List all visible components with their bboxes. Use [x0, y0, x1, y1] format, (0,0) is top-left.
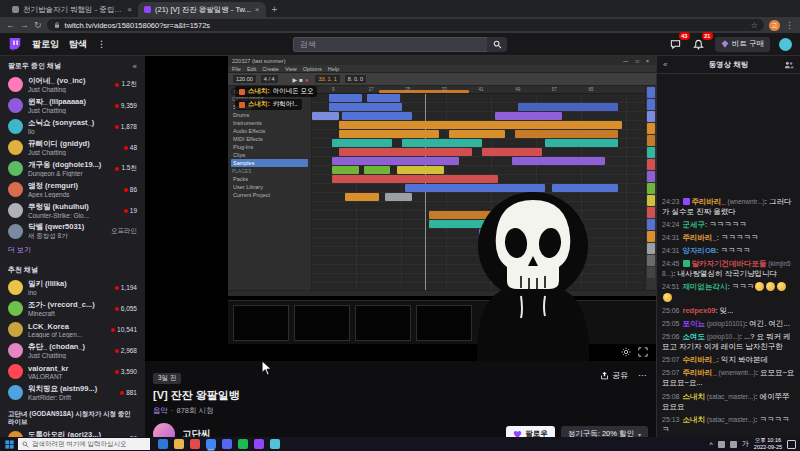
chat-username[interactable]: 소내치 [683, 415, 706, 424]
refresh-button[interactable]: ↻ [34, 21, 42, 30]
category-link[interactable]: 음악 [153, 406, 168, 415]
nav-browse[interactable]: 탐색 [69, 38, 87, 51]
track-header[interactable] [647, 159, 655, 170]
ableton-menu-view[interactable]: View [285, 66, 297, 72]
notifications-icon[interactable]: 21 [692, 37, 706, 51]
chat-username[interactable]: redpex09 [683, 306, 716, 315]
tab-close-icon[interactable]: × [255, 5, 260, 14]
search-button[interactable] [487, 37, 507, 52]
ableton-browser-item[interactable]: Samples [231, 159, 308, 167]
also-watch-channel-item[interactable]: 도톰아오리 (aori23...)Just Chatting30 [0, 428, 145, 437]
taskbar-app-icon[interactable] [270, 439, 280, 449]
chat-username[interactable]: 달카자기건데바다포들 [692, 259, 767, 268]
track-header[interactable] [647, 183, 655, 194]
arrangement-clip[interactable] [495, 112, 562, 120]
recommended-channel-item[interactable]: 조가- (vrecord_c...)Minecraft6,055 [0, 298, 145, 319]
show-more-link[interactable]: 더 보기 [0, 242, 145, 259]
chat-username[interactable]: 수리바리_ [683, 355, 717, 364]
arrangement-clip[interactable] [342, 112, 412, 120]
chat-username[interactable]: 양자리OB [683, 246, 717, 255]
arrangement-clip[interactable] [518, 103, 618, 111]
chat-username[interactable]: 포이뇨 [683, 319, 706, 328]
arrangement-clip[interactable] [332, 175, 499, 183]
collapse-sidebar-icon[interactable]: « [133, 62, 137, 71]
nav-following[interactable]: 팔로잉 [32, 38, 59, 51]
twitch-logo[interactable] [8, 37, 22, 51]
track-header[interactable] [647, 219, 655, 230]
arrangement-clip[interactable] [329, 103, 402, 111]
browser-tab-1[interactable]: 전기밥솥자기 뭐햄임 - 중립 가시... × [6, 2, 138, 17]
arrangement-clip[interactable] [364, 166, 391, 174]
arrangement-clip[interactable] [482, 148, 542, 156]
chat-users-icon[interactable] [784, 60, 794, 70]
chat-username[interactable]: 군세구 [683, 220, 706, 229]
ableton-browser-item[interactable]: Drums [231, 111, 308, 119]
arrangement-clip[interactable] [332, 139, 392, 147]
ableton-menu-options[interactable]: Options [303, 66, 322, 72]
ableton-menu-file[interactable]: File [232, 66, 241, 72]
chat-username[interactable]: 주리바리_ [683, 233, 717, 242]
chat-message-list[interactable]: 24:23주리바리_ (wnenwntr...): 그러다가 실수로 진짜 올렸… [657, 75, 800, 435]
windows-start-button[interactable] [0, 440, 18, 449]
search-input[interactable] [293, 37, 487, 52]
ableton-browser-item[interactable]: Instruments [231, 119, 308, 127]
arrangement-clip[interactable] [332, 157, 459, 165]
forward-button[interactable]: → [20, 21, 29, 30]
taskbar-app-icon[interactable] [206, 439, 216, 449]
network-icon[interactable] [718, 441, 725, 448]
arrangement-clip[interactable] [339, 121, 622, 129]
settings-gear-icon[interactable] [621, 347, 631, 357]
arrangement-clip[interactable] [312, 112, 339, 120]
taskbar-search[interactable]: 검색하려면 여기에 입력하십시오 [18, 438, 150, 450]
tab-close-icon[interactable]: × [127, 5, 132, 14]
arrangement-clip[interactable] [345, 193, 378, 201]
chat-username[interactable]: 주리바리_ [683, 368, 717, 377]
ime-indicator[interactable]: 가 [742, 439, 749, 449]
fullscreen-icon[interactable] [638, 347, 648, 357]
arrangement-clip[interactable] [545, 139, 618, 147]
browser-menu-icon[interactable]: ⋮ [785, 20, 794, 30]
arrangement-clip[interactable] [449, 130, 506, 138]
track-header[interactable] [647, 243, 655, 254]
track-header[interactable] [647, 207, 655, 218]
notification-center-icon[interactable] [787, 440, 796, 449]
recommended-channel-item[interactable]: 밀키 (llilka)ino1,194 [0, 277, 145, 298]
followed-channel-item[interactable]: 윈짜_ (lilpaaaaa)Just Chatting9,359 [0, 95, 145, 116]
track-header[interactable] [647, 195, 655, 206]
taskbar-app-icon[interactable] [190, 439, 200, 449]
track-header[interactable] [647, 171, 655, 182]
track-header[interactable] [647, 231, 655, 242]
chat-username[interactable]: 주리바리_ [692, 197, 726, 206]
ableton-places-item[interactable]: Packs [231, 175, 308, 183]
followed-channel-item[interactable]: 이어네_ (vo_inc)Just Chatting1.2천 [0, 74, 145, 95]
arrangement-clip[interactable] [512, 157, 605, 165]
track-header[interactable] [647, 135, 655, 146]
ableton-menu-edit[interactable]: Edit [247, 66, 256, 72]
ableton-browser-item[interactable]: Audio Effects [231, 127, 308, 135]
taskbar-app-icon[interactable] [174, 439, 184, 449]
chat-username[interactable]: 스내치 [683, 392, 706, 401]
track-header[interactable] [647, 147, 655, 158]
arrangement-clip[interactable] [402, 139, 482, 147]
arrangement-clip[interactable] [332, 166, 359, 174]
ableton-browser-item[interactable]: Clips [231, 151, 308, 159]
track-header[interactable] [647, 111, 655, 122]
whisper-icon[interactable]: 43 [669, 37, 683, 51]
ableton-browser-item[interactable]: MIDI Effects [231, 135, 308, 143]
new-tab-button[interactable]: + [272, 2, 278, 17]
recommended-channel-item[interactable]: valorant_krVALORANT3,590 [0, 361, 145, 382]
followed-channel-item[interactable]: 쿠렁밀 (kuhulhul)Counter-Strike: Glo...19 [0, 200, 145, 221]
nav-more-icon[interactable]: ⋮ [97, 39, 106, 49]
arrangement-clip[interactable] [329, 94, 362, 102]
collapse-chat-icon[interactable]: « [663, 60, 667, 69]
track-header[interactable] [647, 123, 655, 134]
arrangement-clip[interactable] [397, 166, 444, 174]
browser-tab-2-active[interactable]: (21) [V] 잔잔 왕팔일뱅 - Tw... × [138, 2, 266, 17]
followed-channel-item[interactable]: 앰정 (remguri)Apex Legends86 [0, 179, 145, 200]
more-options-icon[interactable]: ⋯ [638, 371, 646, 380]
track-header[interactable] [647, 99, 655, 110]
arrangement-clip[interactable] [339, 148, 472, 156]
buy-bits-button[interactable]: 비트 구매 [715, 37, 770, 52]
taskbar-app-icon[interactable] [222, 439, 232, 449]
user-avatar[interactable] [779, 38, 792, 51]
